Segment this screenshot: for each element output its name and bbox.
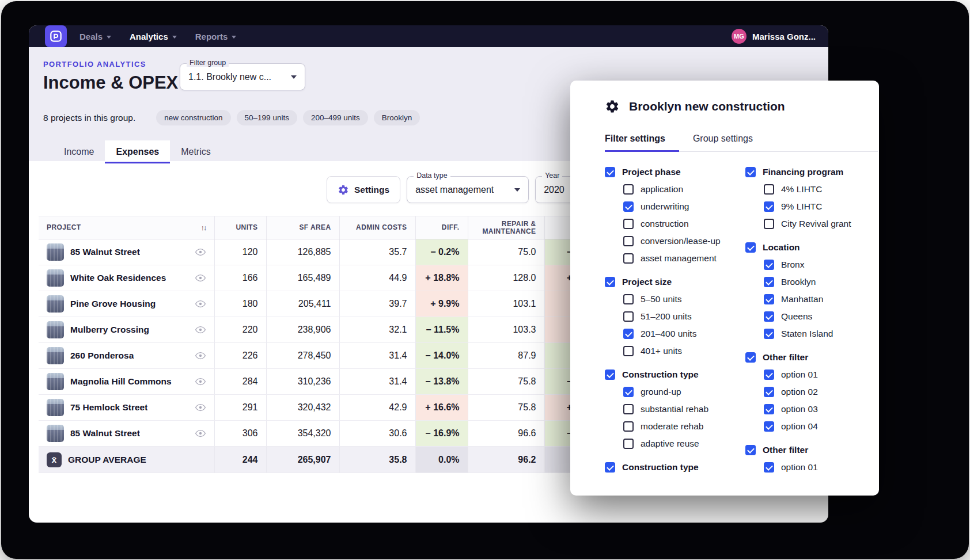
filter-option[interactable]: Bronx — [764, 260, 865, 270]
filter-option[interactable]: 51–200 units — [623, 311, 745, 322]
checkbox[interactable] — [764, 387, 774, 397]
checkbox[interactable] — [605, 369, 615, 380]
checkbox[interactable] — [764, 462, 774, 473]
checkbox[interactable] — [623, 387, 634, 397]
filter-option[interactable]: 9% LIHTC — [764, 201, 865, 212]
checkbox[interactable] — [623, 184, 634, 195]
filter-group-header[interactable]: Construction type — [605, 462, 745, 473]
filter-group-header[interactable]: Location — [745, 242, 865, 253]
table-row[interactable]: 85 Walnut Street306354,32030.6− 16.9%96.… — [39, 421, 609, 447]
checkbox[interactable] — [764, 421, 774, 432]
filter-group-header[interactable]: Other filter — [745, 445, 865, 455]
filter-option[interactable]: option 04 — [764, 421, 865, 432]
filter-option[interactable]: option 01 — [764, 462, 865, 473]
checkbox[interactable] — [764, 260, 774, 270]
checkbox[interactable] — [623, 346, 634, 356]
tab-filter-settings[interactable]: Filter settings — [605, 128, 679, 151]
checkbox[interactable] — [764, 404, 774, 414]
tab-metrics[interactable]: Metrics — [170, 140, 222, 163]
checkbox[interactable] — [623, 329, 634, 339]
project-thumbnail — [47, 269, 64, 287]
checkbox[interactable] — [605, 462, 615, 473]
avatar[interactable]: MG — [732, 29, 747, 44]
filter-option[interactable]: Queens — [764, 311, 865, 322]
eye-icon[interactable] — [195, 402, 206, 413]
filter-group-header[interactable]: Other filter — [745, 352, 865, 363]
filter-option[interactable]: Brooklyn — [764, 277, 865, 287]
checkbox[interactable] — [745, 242, 756, 253]
checkbox[interactable] — [764, 369, 774, 380]
filter-option[interactable]: ground-up — [623, 387, 745, 397]
checkbox[interactable] — [764, 184, 774, 195]
filter-option[interactable]: substantial rehab — [623, 404, 745, 414]
checkbox[interactable] — [623, 421, 634, 432]
checkbox[interactable] — [605, 167, 615, 177]
filter-option[interactable]: option 02 — [764, 387, 865, 397]
filter-option[interactable]: City Revival grant — [764, 219, 865, 229]
nav-item-reports[interactable]: Reports — [195, 32, 237, 41]
eye-icon[interactable] — [195, 324, 206, 336]
settings-button[interactable]: Settings — [327, 176, 400, 203]
checkbox[interactable] — [764, 277, 774, 287]
nav-item-deals[interactable]: Deals — [79, 32, 111, 41]
data-type-select[interactable]: Data type asset management — [407, 176, 529, 203]
checkbox[interactable] — [745, 352, 756, 363]
filter-option[interactable]: asset management — [623, 253, 745, 264]
filter-option[interactable]: Manhattan — [764, 294, 865, 304]
checkbox[interactable] — [623, 439, 634, 449]
checkbox[interactable] — [623, 404, 634, 414]
checkbox[interactable] — [764, 294, 774, 304]
user-menu[interactable]: MG Marissa Gonz... — [732, 29, 816, 44]
table-row[interactable]: Mulberry Crossing220238,90632.1− 11.5%10… — [39, 317, 609, 343]
app-logo-icon[interactable] — [45, 25, 67, 47]
eye-icon[interactable] — [195, 246, 206, 258]
filter-option[interactable]: option 03 — [764, 404, 865, 414]
checkbox[interactable] — [623, 201, 634, 212]
checkbox[interactable] — [745, 445, 756, 455]
filter-option[interactable]: 4% LIHTC — [764, 184, 865, 195]
checkbox[interactable] — [605, 277, 615, 287]
eye-icon[interactable] — [195, 428, 206, 439]
filter-group-header[interactable]: Project size — [605, 277, 745, 287]
eye-icon[interactable] — [195, 298, 206, 310]
filter-option[interactable]: 5–50 units — [623, 294, 745, 304]
filter-option[interactable]: adaptive reuse — [623, 439, 745, 449]
table-row[interactable]: Pine Grove Housing180205,41139.7+ 9.9%10… — [39, 291, 609, 317]
checkbox[interactable] — [623, 253, 634, 264]
table-row[interactable]: 260 Ponderosa226278,45031.4− 14.0%87.9− … — [39, 343, 609, 369]
eye-icon[interactable] — [195, 376, 206, 387]
tab-group-settings[interactable]: Group settings — [679, 128, 753, 151]
eye-icon[interactable] — [195, 350, 206, 361]
table-row[interactable]: 85 Walnut Street120126,88535.7− 0.2%75.0… — [39, 239, 609, 265]
filter-group-select[interactable]: Filter group 1.1. Brookly new c... — [180, 63, 305, 90]
checkbox[interactable] — [764, 311, 774, 322]
checkbox[interactable] — [764, 329, 774, 339]
filter-option[interactable]: moderate rehab — [623, 421, 745, 432]
filter-group-header[interactable]: Financing program — [745, 167, 865, 177]
filter-option[interactable]: Staten Island — [764, 329, 865, 339]
filter-option[interactable]: option 01 — [764, 369, 865, 380]
filter-option[interactable]: 401+ units — [623, 346, 745, 356]
filter-group-header[interactable]: Project phase — [605, 167, 745, 177]
checkbox[interactable] — [623, 294, 634, 304]
checkbox[interactable] — [623, 219, 634, 229]
sort-icon[interactable]: ↑↓ — [201, 224, 206, 231]
tab-expenses[interactable]: Expenses — [105, 140, 170, 163]
table-row[interactable]: 75 Hemlock Street291320,43242.9+ 16.6%75… — [39, 395, 609, 421]
nav-item-analytics[interactable]: Analytics — [130, 32, 177, 41]
tab-income[interactable]: Income — [53, 140, 105, 163]
checkbox[interactable] — [764, 201, 774, 212]
checkbox[interactable] — [745, 167, 756, 177]
filter-option[interactable]: 201–400 units — [623, 329, 745, 339]
filter-option[interactable]: conversion/lease-up — [623, 236, 745, 246]
filter-option[interactable]: underwriting — [623, 201, 745, 212]
filter-option[interactable]: application — [623, 184, 745, 195]
eye-icon[interactable] — [195, 272, 206, 284]
table-row[interactable]: Magnolia Hill Commons284310,23631.4− 13.… — [39, 369, 609, 395]
filter-option[interactable]: construction — [623, 219, 745, 229]
filter-group-header[interactable]: Construction type — [605, 369, 745, 380]
checkbox[interactable] — [623, 311, 634, 322]
checkbox[interactable] — [764, 219, 774, 229]
table-row[interactable]: White Oak Residences166165,48944.9+ 18.8… — [39, 265, 609, 291]
checkbox[interactable] — [623, 236, 634, 246]
